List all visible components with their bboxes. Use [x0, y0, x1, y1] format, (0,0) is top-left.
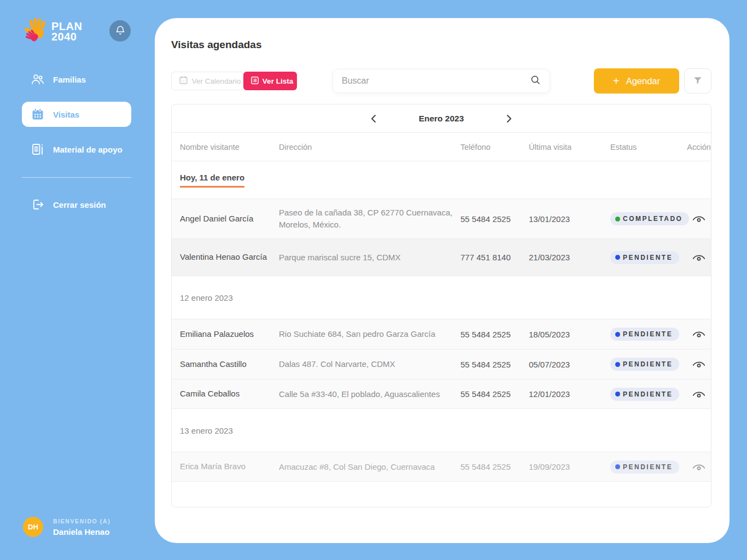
visitor-address: Amacuzac #8, Col San Diego, Cuernavaca: [279, 461, 460, 473]
date-group-header: 13 enero 2023: [172, 409, 711, 452]
families-icon: [30, 73, 45, 86]
status-dot-icon: [615, 392, 620, 396]
column-header: Nombre visitante: [172, 143, 279, 151]
eye-icon: [692, 463, 705, 471]
status-dot-icon: [615, 332, 620, 337]
search-icon[interactable]: [530, 74, 541, 88]
table-row[interactable]: Emiliana Palazuelos Rio Suchiate 684, Sa…: [172, 319, 711, 349]
date-group-label: 13 enero 2023: [180, 426, 233, 435]
table-row[interactable]: Angel Daniel García Paseo de la cañada 3…: [172, 199, 711, 238]
view-list-label: Ver Lista: [262, 77, 293, 85]
agendar-button[interactable]: + Agendar: [594, 68, 679, 94]
filter-button[interactable]: [684, 68, 711, 94]
next-month-button[interactable]: [503, 110, 516, 127]
eye-icon: [692, 360, 705, 369]
view-calendar-button[interactable]: Ver Calendario: [171, 72, 244, 90]
sidebar-nav: Familias Visitas: [0, 66, 155, 227]
date-group-header: 12 enero 2023: [172, 276, 711, 319]
date-group-header: Hoy, 11 de enero: [172, 161, 711, 199]
notifications-button[interactable]: [109, 20, 131, 42]
eye-icon: [692, 390, 705, 399]
visitor-address: Dalas 487. Col Narvarte, CDMX: [279, 358, 460, 370]
date-group-label: 12 enero 2023: [180, 293, 233, 302]
eye-icon: [692, 330, 705, 339]
view-toggle: Ver Calendario Ver Lista: [171, 72, 297, 90]
user-info[interactable]: DH BIENVENIDO (A) Daniela Henao: [23, 517, 110, 537]
sidebar-item-visitas[interactable]: Visitas: [22, 102, 131, 127]
visitor-name: Samantha Castillo: [172, 359, 279, 370]
visitor-address: Calle 5a #33-40, El poblado, Aguascalien…: [279, 388, 460, 400]
eye-icon: [692, 214, 705, 223]
last-visit-date: 05/07/2023: [529, 360, 610, 369]
last-visit-date: 18/05/2023: [529, 330, 610, 339]
view-visit-button[interactable]: [687, 360, 711, 369]
logout-button[interactable]: Cerrar sesión: [0, 192, 155, 217]
bell-icon: [115, 25, 126, 38]
visitor-phone: 55 5484 2525: [460, 360, 529, 369]
status-badge: PENDIENTE: [610, 328, 679, 341]
hands-logo-icon: [22, 16, 50, 47]
calendar-small-icon: [179, 75, 188, 86]
table-row[interactable]: Erica María Bravo Amacuzac #8, Col San D…: [172, 452, 711, 482]
last-visit-date: 21/03/2023: [529, 253, 610, 262]
view-calendar-label: Ver Calendario: [192, 77, 241, 85]
search-input[interactable]: [342, 76, 530, 86]
table-header-row: Nombre visitante Dirección Teléfono Últi…: [172, 133, 711, 161]
status-badge: COMPLETADO: [610, 212, 689, 225]
plus-icon: +: [613, 75, 620, 88]
search-box: [332, 69, 550, 93]
avatar: DH: [23, 517, 43, 537]
status-badge: PENDIENTE: [610, 388, 679, 401]
date-group-label-today: Hoy, 11 de enero: [180, 173, 244, 188]
sidebar-item-material[interactable]: Material de apoyo: [0, 137, 155, 162]
table-row[interactable]: Samantha Castillo Dalas 487. Col Narvart…: [172, 349, 711, 379]
table-row[interactable]: Valentina Henao García Parque mariscal s…: [172, 238, 711, 276]
filter-funnel-icon: [692, 75, 703, 88]
view-visit-button[interactable]: [687, 330, 711, 339]
last-visit-date: 13/01/2023: [529, 214, 610, 224]
visitor-address: Rio Suchiate 684, San pedro Garza García: [279, 328, 460, 340]
status-badge: PENDIENTE: [610, 460, 679, 474]
view-visit-button[interactable]: [687, 390, 711, 399]
visitor-phone: 55 5484 2525: [460, 330, 529, 339]
last-visit-date: 12/01/2023: [529, 389, 610, 399]
welcome-label: BIENVENIDO (A): [53, 518, 110, 524]
visitor-address: Paseo de la cañada 38, CP 62770 Cuernava…: [279, 207, 460, 231]
status-dot-icon: [615, 255, 620, 260]
visitor-phone: 777 451 8140: [460, 253, 529, 262]
status-badge: PENDIENTE: [610, 251, 679, 264]
visitor-name: Angel Daniel García: [172, 213, 279, 224]
column-header: Última visita: [529, 143, 610, 151]
view-visit-button[interactable]: [687, 253, 711, 262]
column-header: Teléfono: [460, 143, 529, 151]
eye-icon: [692, 253, 705, 262]
status-dot-icon: [615, 362, 620, 367]
visitor-phone: 55 5484 2525: [460, 214, 529, 224]
page-title: Visitas agendadas: [171, 39, 261, 51]
table-row[interactable]: Camila Ceballos Calle 5a #33-40, El pobl…: [172, 379, 711, 409]
view-visit-button[interactable]: [687, 214, 711, 223]
visitor-address: Parque mariscal sucre 15, CDMX: [279, 252, 460, 264]
view-list-button[interactable]: Ver Lista: [243, 72, 297, 90]
status-badge: PENDIENTE: [610, 358, 679, 371]
visitor-name: Emiliana Palazuelos: [172, 329, 279, 340]
calendar-icon: [30, 107, 45, 121]
main-content-card: Visitas agendadas Ver Calendario Ver Li: [155, 18, 730, 543]
prev-month-button[interactable]: [367, 110, 380, 127]
logout-label: Cerrar sesión: [53, 200, 106, 209]
visits-table: Enero 2023 Nombre visitante Dirección Te…: [171, 104, 711, 508]
visitor-name: Erica María Bravo: [172, 461, 279, 472]
month-label: Enero 2023: [408, 114, 474, 124]
visitor-name: Valentina Henao García: [172, 252, 279, 262]
sidebar: PLAN 2040 Familias: [0, 0, 155, 560]
visitor-phone: 55 5484 2525: [460, 462, 529, 471]
sidebar-item-familias[interactable]: Familias: [0, 67, 155, 92]
user-name: Daniela Henao: [53, 527, 110, 536]
visitor-phone: 55 5484 2525: [460, 389, 529, 399]
last-visit-date: 19/09/2023: [529, 462, 610, 471]
sidebar-divider: [22, 177, 131, 178]
view-visit-button[interactable]: [687, 463, 711, 471]
logout-icon: [30, 198, 45, 211]
column-header: Acción: [687, 143, 711, 151]
status-dot-icon: [615, 217, 620, 221]
